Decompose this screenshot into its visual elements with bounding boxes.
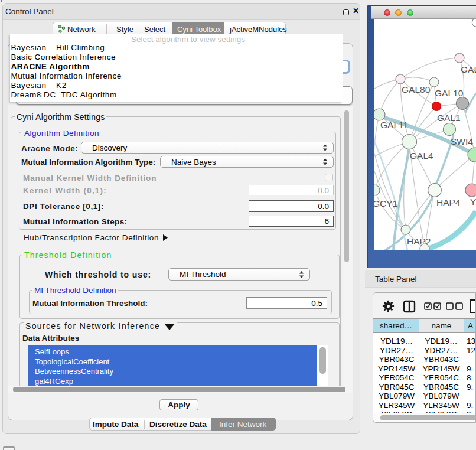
svg-text:HAP4: HAP4 (436, 197, 461, 207)
svg-text:GAL80: GAL80 (402, 84, 431, 94)
svg-text:GAL11: GAL11 (380, 120, 408, 130)
svg-text:GAL1: GAL1 (437, 113, 461, 123)
svg-text:GAL10: GAL10 (435, 88, 464, 98)
svg-text:HAP2: HAP2 (407, 236, 431, 246)
svg-text:GAL4: GAL4 (410, 151, 433, 161)
svg-text:GAL7: GAL7 (461, 64, 476, 74)
svg-text:Y: Y (470, 197, 476, 207)
svg-text:GCY1: GCY1 (374, 198, 397, 208)
svg-text:SWI4: SWI4 (451, 136, 473, 146)
